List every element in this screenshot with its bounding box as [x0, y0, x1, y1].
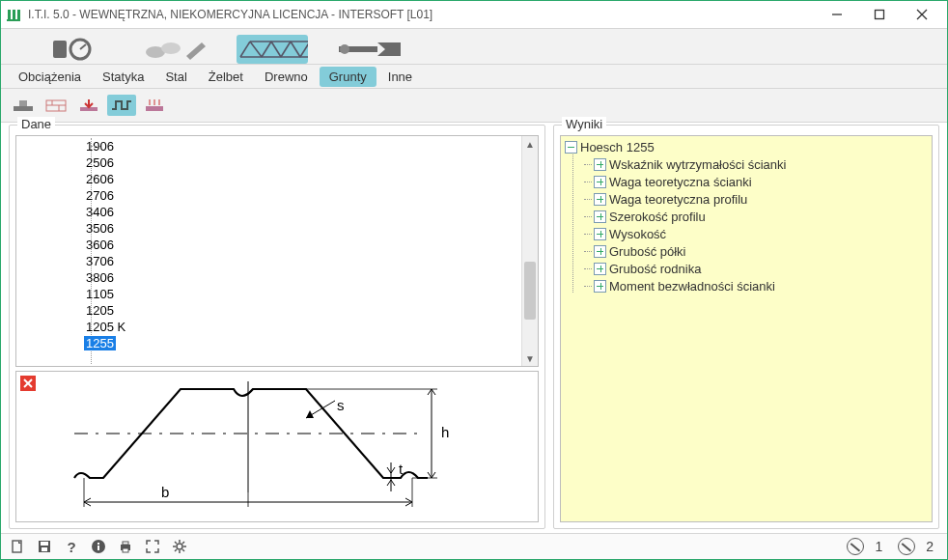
main-area: Dane 1906 2506 2606 2706 3406 3506 3606 … — [1, 123, 947, 533]
scroll-up-icon[interactable]: ▲ — [522, 136, 538, 152]
diagram-label-t: t — [399, 461, 403, 477]
svg-rect-3 — [7, 19, 20, 21]
svg-line-67 — [182, 549, 184, 551]
tab-drewno[interactable]: Drewno — [255, 67, 318, 87]
tab-inne[interactable]: Inne — [378, 67, 422, 87]
category-loads-icon[interactable] — [40, 35, 111, 64]
expand-icon[interactable] — [594, 280, 606, 293]
status-indicator-1-icon — [847, 538, 864, 555]
profile-list[interactable]: 1906 2506 2606 2706 3406 3506 3606 3706 … — [15, 135, 539, 367]
expand-icon[interactable] — [594, 176, 606, 188]
app-window: I.T.I. 5.0 - WEWNĘTRZNA, NIEKOMERCYJNA L… — [0, 0, 948, 560]
results-item[interactable]: Wskaźnik wytrzymałości ścianki — [565, 155, 928, 173]
tab-zelbet[interactable]: Żelbet — [199, 67, 253, 87]
status-bar: ? 1 2 — [1, 533, 947, 559]
svg-rect-56 — [98, 546, 99, 550]
wyniki-panel-label: Wyniki — [562, 117, 606, 131]
tool-foundation-icon[interactable] — [9, 95, 38, 116]
results-item-label: Waga teoretyczna ścianki — [609, 175, 752, 189]
expand-icon[interactable] — [594, 210, 606, 223]
results-root[interactable]: Hoesch 1255 — [565, 138, 928, 155]
settings-icon[interactable] — [171, 538, 188, 555]
list-item-selected: 1255 — [16, 335, 522, 351]
tab-statyka[interactable]: Statyka — [93, 67, 153, 87]
dane-panel: Dane 1906 2506 2606 2706 3406 3506 3606 … — [9, 125, 545, 529]
list-item: 3506 — [16, 220, 522, 237]
close-button[interactable] — [901, 2, 943, 27]
list-scrollbar[interactable]: ▲ ▼ — [521, 136, 538, 366]
fullscreen-icon[interactable] — [144, 538, 161, 555]
tab-stal[interactable]: Stal — [155, 67, 196, 87]
scroll-down-icon[interactable]: ▼ — [522, 350, 538, 366]
svg-rect-33 — [146, 106, 163, 111]
tool-heat-icon[interactable] — [140, 95, 169, 116]
app-icon — [5, 6, 22, 23]
svg-line-7 — [917, 10, 927, 19]
sheetpile-cross-section-icon — [16, 372, 538, 517]
results-item[interactable]: Waga teoretyczna ścianki — [565, 173, 928, 190]
svg-line-18 — [262, 42, 271, 57]
results-item-label: Moment bezwładności ścianki — [609, 279, 775, 294]
results-item[interactable]: Szerokość profilu — [565, 208, 928, 225]
list-item: 2706 — [16, 187, 522, 204]
scroll-thumb[interactable] — [524, 262, 536, 320]
tool-sheetpile-icon[interactable] — [107, 95, 136, 116]
svg-line-68 — [182, 542, 184, 544]
print-icon[interactable] — [117, 538, 134, 555]
category-statics-icon[interactable] — [138, 35, 209, 64]
svg-rect-60 — [123, 548, 128, 552]
new-file-icon[interactable] — [9, 538, 26, 555]
help-icon[interactable]: ? — [63, 538, 80, 555]
tool-load-arrow-icon[interactable] — [74, 95, 103, 116]
list-item: 1205 K — [16, 319, 522, 335]
expand-icon[interactable] — [594, 193, 606, 206]
results-tree[interactable]: Hoesch 1255 Wskaźnik wytrzymałości ścian… — [560, 135, 933, 522]
expand-icon[interactable] — [594, 158, 606, 171]
svg-rect-0 — [8, 10, 11, 19]
list-item: 1906 — [16, 138, 522, 154]
maximize-button[interactable] — [858, 2, 901, 27]
results-item[interactable]: Moment bezwładności ścianki — [565, 277, 928, 294]
expand-icon[interactable] — [594, 245, 606, 258]
results-item[interactable]: Wysokość — [565, 225, 928, 242]
status-indicator-2-icon — [898, 538, 915, 555]
dane-panel-label: Dane — [17, 117, 55, 131]
profile-diagram: s h t b — [15, 371, 539, 522]
list-item: 3406 — [16, 204, 522, 220]
svg-line-69 — [175, 549, 177, 551]
info-icon[interactable] — [90, 538, 107, 555]
tool-wall-icon[interactable] — [42, 95, 70, 116]
category-wrench-icon[interactable] — [335, 35, 406, 64]
results-item-label: Wysokość — [609, 227, 666, 241]
results-item[interactable]: Grubość rodnika — [565, 260, 928, 277]
tab-obciazenia[interactable]: Obciążenia — [9, 67, 91, 87]
expand-icon[interactable] — [594, 263, 606, 275]
list-item: 2606 — [16, 171, 522, 187]
window-title: I.T.I. 5.0 - WEWNĘTRZNA, NIEKOMERCYJNA L… — [28, 8, 816, 21]
list-item: 2506 — [16, 154, 522, 171]
svg-line-20 — [281, 42, 291, 57]
results-item[interactable]: Waga teoretyczna profilu — [565, 190, 928, 208]
title-bar: I.T.I. 5.0 - WEWNĘTRZNA, NIEKOMERCYJNA L… — [1, 1, 947, 29]
results-item-label: Grubość półki — [609, 244, 685, 259]
category-truss-icon[interactable] — [237, 35, 308, 64]
tab-grunty[interactable]: Grunty — [320, 67, 376, 87]
tab-bar: Obciążenia Statyka Stal Żelbet Drewno Gr… — [1, 65, 947, 89]
diagram-label-b: b — [161, 484, 169, 500]
svg-rect-54 — [42, 547, 47, 551]
svg-line-22 — [300, 42, 308, 57]
results-tree-rail — [572, 148, 573, 293]
category-toolbar — [1, 29, 947, 65]
svg-rect-5 — [876, 11, 884, 19]
svg-line-66 — [175, 542, 177, 544]
minimize-button[interactable] — [816, 2, 858, 27]
list-item: 3806 — [16, 269, 522, 286]
save-icon[interactable] — [36, 538, 53, 555]
svg-rect-26 — [19, 100, 27, 106]
collapse-icon[interactable] — [565, 141, 577, 154]
expand-icon[interactable] — [594, 228, 606, 240]
status-number-2: 2 — [926, 539, 934, 554]
svg-line-17 — [250, 42, 262, 57]
results-item[interactable]: Grubość półki — [565, 242, 928, 260]
svg-rect-57 — [98, 543, 99, 545]
